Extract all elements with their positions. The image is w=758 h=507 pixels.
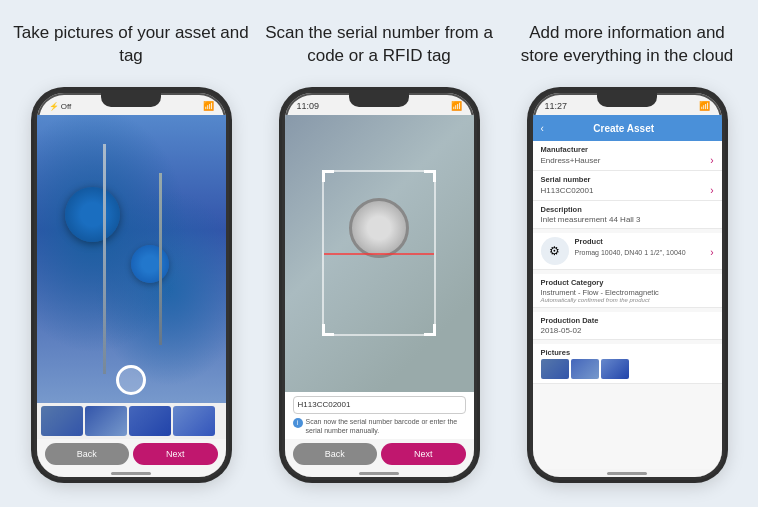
home-bar-2 [359, 472, 399, 475]
serial-number-value: H113CC02001 [298, 400, 351, 409]
picture-thumb-3[interactable] [601, 359, 629, 379]
scan-hint-text: i Scan now the serial number barcode or … [293, 417, 466, 435]
phone-3-app-header: ‹ Create Asset [533, 115, 722, 141]
column-1-title: Take pictures of your asset and tag [12, 10, 250, 80]
flowmeter-icon: ⚙ [549, 244, 560, 258]
product-category-value-row: Instrument - Flow - Electromagnetic [541, 288, 714, 297]
pipe-blue-1 [65, 187, 120, 242]
thumbnail-2[interactable] [85, 406, 127, 436]
home-indicator-3 [533, 469, 722, 477]
product-chevron: › [710, 247, 713, 258]
column-2: Scan the serial number from a code or a … [260, 10, 498, 497]
pipe-blue-2 [131, 245, 169, 283]
phone-2: 11:09 📶 H113CC0200 [282, 90, 477, 480]
phone-1-notch [101, 93, 161, 107]
thumbnail-strip [37, 403, 226, 439]
product-value-row: Promag 10040, DN40 1 1/2", 10040 › [575, 247, 714, 258]
pipe-line-2 [159, 173, 162, 346]
shutter-button[interactable] [116, 365, 146, 395]
product-category-sub: Automatically confirmed from the product [541, 297, 714, 303]
description-value-row: Inlet measurement 44 Hall 3 [541, 215, 714, 224]
scan-input-area: H113CC02001 i Scan now the serial number… [285, 392, 474, 439]
thumbnail-1[interactable] [41, 406, 83, 436]
phone-1-content: Back Next [37, 115, 226, 477]
description-label: Description [541, 205, 714, 214]
thumbnail-3[interactable] [129, 406, 171, 436]
phone-2-buttons: Back Next [285, 439, 474, 469]
picture-thumb-1[interactable] [541, 359, 569, 379]
pictures-label: Pictures [541, 348, 714, 357]
scan-frame-overlay [322, 170, 435, 336]
manufacturer-value: Endress+Hauser [541, 156, 601, 165]
column-3-title: Add more information and store everythin… [508, 10, 746, 80]
home-indicator-2 [285, 469, 474, 477]
product-icon-circle: ⚙ [541, 237, 569, 265]
product-category-label: Product Category [541, 278, 714, 287]
pictures-row [541, 359, 714, 379]
scan-view [285, 115, 474, 392]
back-button-1[interactable]: Back [45, 443, 130, 465]
scan-corner-br [424, 324, 436, 336]
product-field[interactable]: ⚙ Product Promag 10040, DN40 1 1/2", 100… [533, 233, 722, 270]
scan-line [324, 253, 433, 255]
product-category-value: Instrument - Flow - Electromagnetic [541, 288, 659, 297]
picture-thumb-2[interactable] [571, 359, 599, 379]
phone-2-content: H113CC02001 i Scan now the serial number… [285, 115, 474, 477]
column-3: Add more information and store everythin… [508, 10, 746, 497]
camera-view [37, 115, 226, 403]
info-icon: i [293, 418, 303, 428]
column-2-title: Scan the serial number from a code or a … [260, 10, 498, 80]
phone-1-buttons: Back Next [37, 439, 226, 469]
column-1: Take pictures of your asset and tag ⚡ Of… [12, 10, 250, 497]
phone-3-notch [597, 93, 657, 107]
phone-3-form: Manufacturer Endress+Hauser › Serial num… [533, 141, 722, 469]
serial-number-value-row: H113CC02001 › [541, 185, 714, 196]
manufacturer-chevron: › [710, 155, 713, 166]
product-category-field: Product Category Instrument - Flow - Ele… [533, 274, 722, 308]
camera-shutter-area [37, 365, 226, 395]
thumbnail-4[interactable] [173, 406, 215, 436]
production-date-value-row: 2018-05-02 [541, 326, 714, 335]
time-3: 11:27 [545, 101, 568, 111]
pictures-section: Pictures [533, 344, 722, 384]
pipe-line-1 [103, 144, 106, 374]
main-container: Take pictures of your asset and tag ⚡ Of… [0, 0, 758, 507]
hint-text: Scan now the serial number barcode or en… [306, 417, 466, 435]
home-bar-1 [111, 472, 151, 475]
phone-3: 11:27 📶 ‹ Create Asset Manufacturer Endr… [530, 90, 725, 480]
manufacturer-label: Manufacturer [541, 145, 714, 154]
production-date-label: Production Date [541, 316, 714, 325]
time-2: 11:09 [297, 101, 320, 111]
description-value: Inlet measurement 44 Hall 3 [541, 215, 641, 224]
next-button-1[interactable]: Next [133, 443, 218, 465]
serial-number-val: H113CC02001 [541, 186, 594, 195]
next-button-2[interactable]: Next [381, 443, 466, 465]
phone-1: ⚡ Off 📶 [34, 90, 229, 480]
serial-number-label: Serial number [541, 175, 714, 184]
production-date-field[interactable]: Production Date 2018-05-02 [533, 312, 722, 340]
description-field[interactable]: Description Inlet measurement 44 Hall 3 [533, 201, 722, 229]
back-button-2[interactable]: Back [293, 443, 378, 465]
production-date-value: 2018-05-02 [541, 326, 582, 335]
manufacturer-field[interactable]: Manufacturer Endress+Hauser › [533, 141, 722, 171]
flash-status: ⚡ Off [49, 102, 72, 111]
serial-number-input[interactable]: H113CC02001 [293, 396, 466, 414]
scan-corner-bl [322, 324, 334, 336]
product-info: Product Promag 10040, DN40 1 1/2", 10040… [575, 237, 714, 258]
wifi-icon-3: 📶 [699, 101, 710, 111]
serial-number-field[interactable]: Serial number H113CC02001 › [533, 171, 722, 201]
phone-2-notch [349, 93, 409, 107]
scan-corner-tl [322, 170, 334, 182]
product-value: Promag 10040, DN40 1 1/2", 10040 [575, 249, 711, 256]
product-label: Product [575, 237, 714, 246]
manufacturer-value-row: Endress+Hauser › [541, 155, 714, 166]
home-indicator-1 [37, 469, 226, 477]
scan-corner-tr [424, 170, 436, 182]
wifi-icon-2: 📶 [451, 101, 462, 111]
home-bar-3 [607, 472, 647, 475]
serial-chevron: › [710, 185, 713, 196]
wifi-icon: 📶 [203, 101, 214, 111]
create-asset-title: Create Asset [544, 123, 704, 134]
